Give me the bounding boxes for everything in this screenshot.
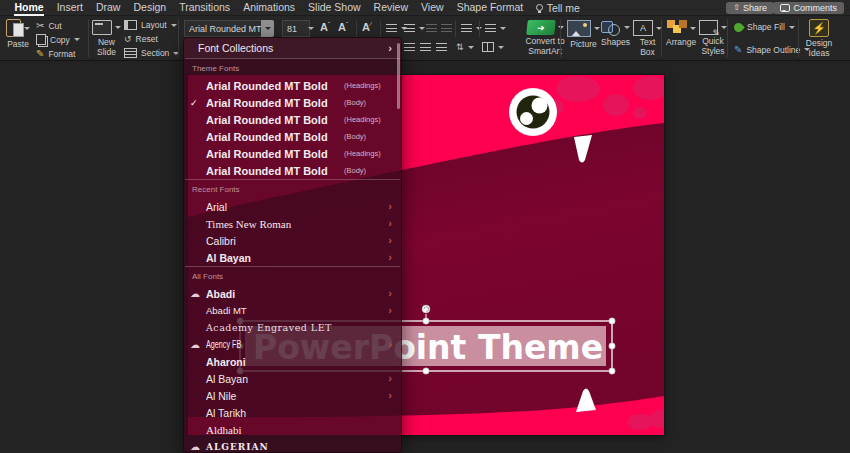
chevron-right-icon: › xyxy=(388,373,392,384)
font-item-aldhabi[interactable]: Aldhabi xyxy=(184,421,401,438)
font-name: Arial Rounded MT Bold xyxy=(206,165,328,177)
cut-button[interactable]: ✂ Cut xyxy=(36,20,62,31)
font-item-al-bayan[interactable]: Al Bayan› xyxy=(184,249,401,266)
font-item-aharoni[interactable]: Aharoni xyxy=(184,353,401,370)
align-left-icon[interactable] xyxy=(404,43,415,51)
chevron-right-icon: › xyxy=(388,288,392,299)
section-button[interactable]: Section xyxy=(124,48,179,58)
share-label: Share xyxy=(743,3,767,13)
text-box-label: Text Box xyxy=(636,38,660,58)
chevron-down-icon xyxy=(265,27,271,30)
shapes-label: Shapes xyxy=(601,38,630,48)
quick-styles-button[interactable]: Quick Styles xyxy=(698,20,728,57)
picture-icon xyxy=(567,20,591,37)
chevron-down-icon xyxy=(115,26,121,29)
editor-canvas: PowerPoint Theme xyxy=(0,61,850,453)
convert-to-smartart-button[interactable]: ➔ Convert to SmartArt xyxy=(516,20,574,57)
font-name: ALGERIAN xyxy=(206,442,269,452)
new-slide-button[interactable]: New Slide xyxy=(92,20,121,58)
font-item-agency-fb[interactable]: ☁Agency FB› xyxy=(184,336,401,353)
font-item-arial-rounded-mt-bold[interactable]: Arial Rounded MT Bold(Headings) xyxy=(184,111,401,128)
font-item-arial-rounded-mt-bold[interactable]: ✓Arial Rounded MT Bold(Body) xyxy=(184,94,401,111)
comments-button[interactable]: Comments xyxy=(773,2,844,14)
font-item-abadi[interactable]: ☁Abadi› xyxy=(184,285,401,302)
chevron-right-icon: › xyxy=(388,252,392,263)
font-item-academy-engraved-let[interactable]: Academy Engraved LET xyxy=(184,319,401,336)
columns-button[interactable] xyxy=(482,42,504,52)
font-item-arial-rounded-mt-bold[interactable]: Arial Rounded MT Bold(Body) xyxy=(184,128,401,145)
font-name: Al Bayan xyxy=(206,373,248,385)
scissors-icon: ✂ xyxy=(36,20,44,31)
font-dropdown-menu: Font Collections › Theme FontsArial Roun… xyxy=(183,37,402,453)
font-size-combobox[interactable]: 81 xyxy=(282,20,310,37)
menu-insert[interactable]: Insert xyxy=(50,0,89,15)
reset-button[interactable]: ↺ Reset xyxy=(124,34,158,44)
font-item-abadi-mt[interactable]: Abadi MT› xyxy=(184,302,401,319)
font-item-calibri[interactable]: Calibri› xyxy=(184,232,401,249)
menu-animations[interactable]: Animations xyxy=(237,0,302,15)
align-right-icon[interactable] xyxy=(436,43,447,51)
group-separator xyxy=(727,19,728,57)
chevron-right-icon: › xyxy=(388,218,392,229)
copy-label: Copy xyxy=(50,35,70,45)
decrease-font-size-button[interactable]: Aˇ xyxy=(338,21,348,33)
menu-item-font-collections[interactable]: Font Collections › xyxy=(184,38,401,58)
align-text-button[interactable]: ⇅ xyxy=(456,42,474,52)
chevron-down-icon xyxy=(498,46,504,49)
font-size-dropdown-icon[interactable] xyxy=(308,27,314,30)
clear-formatting-button[interactable]: A∕ xyxy=(362,21,371,33)
font-usage-tag: (Body) xyxy=(344,166,366,175)
chevron-right-icon: › xyxy=(388,390,392,401)
design-ideas-button[interactable]: ⚡ Design Ideas xyxy=(804,19,834,59)
font-name: Arial Rounded MT Bold xyxy=(206,97,328,109)
menu-transitions[interactable]: Transitions xyxy=(173,0,237,15)
columns-icon xyxy=(482,42,494,52)
font-name: Al Nile xyxy=(206,390,236,402)
group-separator xyxy=(356,21,357,37)
format-painter-button[interactable]: ✎ Format xyxy=(36,48,75,59)
menu-draw[interactable]: Draw xyxy=(89,0,127,15)
menu-slide-show[interactable]: Slide Show xyxy=(302,0,368,15)
shape-fill-button[interactable]: Shape Fill xyxy=(734,22,795,32)
menu-view[interactable]: View xyxy=(415,0,451,15)
picture-button[interactable]: Picture xyxy=(567,20,600,50)
numbering-button[interactable] xyxy=(404,24,425,32)
font-item-arial-rounded-mt-bold[interactable]: Arial Rounded MT Bold(Body) xyxy=(184,162,401,179)
group-separator xyxy=(380,21,381,37)
font-item-al-bayan[interactable]: Al Bayan› xyxy=(184,370,401,387)
tell-me-label: Tell me xyxy=(547,2,580,14)
text-direction-button[interactable] xyxy=(485,24,506,32)
font-item-algerian[interactable]: ☁ALGERIAN xyxy=(184,438,401,453)
comment-bubble-icon xyxy=(780,4,790,12)
text-box-button[interactable]: A Text Box xyxy=(633,20,662,58)
increase-font-size-button[interactable]: Aˆ xyxy=(320,21,330,33)
menu-tell-me[interactable]: Tell me xyxy=(536,2,580,14)
menu-shape-format[interactable]: Shape Format xyxy=(450,0,530,15)
font-item-al-tarikh[interactable]: Al Tarikh xyxy=(184,404,401,421)
smartart-label: Convert to SmartArt xyxy=(516,37,574,57)
paste-button[interactable]: Paste xyxy=(6,19,30,50)
decrease-indent-icon[interactable] xyxy=(426,24,437,32)
font-name-combobox[interactable]: Arial Rounded MT Bold (... xyxy=(184,20,269,37)
font-name-dropdown-button[interactable] xyxy=(261,20,274,37)
font-item-times-new-roman[interactable]: Times New Roman› xyxy=(184,215,401,232)
align-center-icon[interactable] xyxy=(420,43,431,51)
font-item-arial[interactable]: Arial› xyxy=(184,198,401,215)
increase-indent-icon[interactable] xyxy=(441,24,452,32)
share-icon: ⇧ xyxy=(733,4,740,12)
scrollbar-thumb[interactable] xyxy=(397,43,400,109)
lightbulb-icon xyxy=(536,4,543,11)
menu-review[interactable]: Review xyxy=(367,0,414,15)
arrange-button[interactable]: Arrange xyxy=(666,20,696,48)
font-item-arial-rounded-mt-bold[interactable]: Arial Rounded MT Bold(Headings) xyxy=(184,145,401,162)
monster-eye xyxy=(509,88,557,136)
font-item-arial-rounded-mt-bold[interactable]: Arial Rounded MT Bold(Headings) xyxy=(184,77,401,94)
shapes-button[interactable]: Shapes xyxy=(601,20,630,48)
share-button[interactable]: ⇧ Share xyxy=(726,2,774,14)
chevron-right-icon: › xyxy=(388,339,392,350)
layout-button[interactable]: Layout xyxy=(124,20,177,30)
font-item-al-nile[interactable]: Al Nile› xyxy=(184,387,401,404)
copy-button[interactable]: Copy xyxy=(36,34,80,45)
menu-design[interactable]: Design xyxy=(127,0,173,15)
menu-home[interactable]: Home xyxy=(8,0,50,15)
